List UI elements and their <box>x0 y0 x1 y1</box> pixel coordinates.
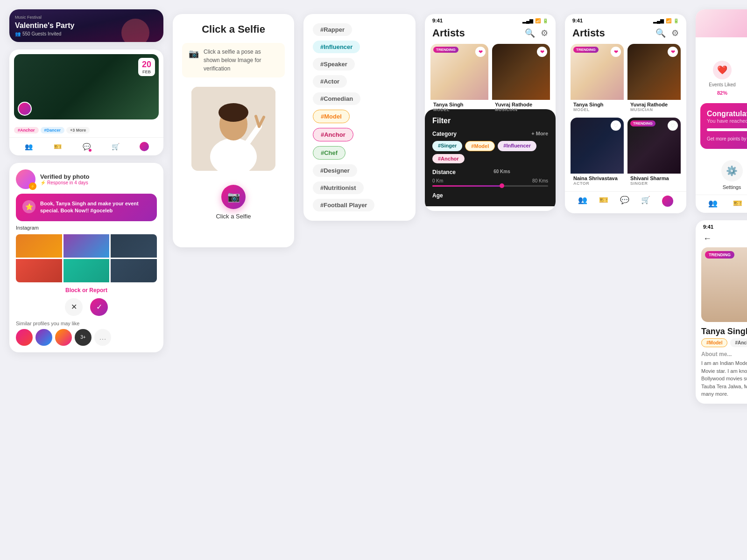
similar-avatar-4[interactable]: 3+ <box>75 329 92 346</box>
tag-nutritionist[interactable]: #Nutritionist <box>313 182 364 194</box>
similar-avatars: 3+ … <box>16 329 157 346</box>
wifi-icon-2: 📶 <box>666 18 671 23</box>
artist-name-yuvraj-2: Yuvraj Rathode <box>630 102 678 107</box>
selfie-btn-area: 📷 Click a Selfie <box>182 185 285 220</box>
person-silhouette <box>191 87 275 171</box>
nav-profile-icon[interactable] <box>139 141 149 152</box>
selfie-instruction-box: 📷 Click a selfie a pose as shown below I… <box>182 43 285 77</box>
tag-anchor[interactable]: #Anchor <box>313 128 353 141</box>
tag-speaker[interactable]: #Speaker <box>313 58 355 70</box>
ftag-influencer[interactable]: #Influencer <box>498 141 536 151</box>
filter-icon-2[interactable]: ⚙ <box>671 28 679 38</box>
heart-yuvraj[interactable]: ❤ <box>537 47 547 57</box>
close-button[interactable]: ✕ <box>65 298 83 316</box>
filter-title: Filter <box>432 117 548 125</box>
tag-chef[interactable]: #Chef <box>313 146 345 160</box>
column-4: 9:41 ▂▄▆ 📶 🔋 Artists 🔍 ⚙ <box>420 9 560 404</box>
distance-values: 0 Km 80 Kms <box>432 178 548 183</box>
selfie-photo-frame <box>191 87 275 171</box>
heart-shivani[interactable]: ♡ <box>668 120 678 131</box>
distance-slider[interactable] <box>432 185 548 187</box>
column-6: ❤️ Events Liked 82% 📋 Celeb Booked 02 ⭐ … <box>691 9 747 404</box>
ftag-singer[interactable]: #Singer <box>432 141 462 151</box>
filter-icon[interactable]: ⚙ <box>541 28 548 38</box>
pnav-ticket[interactable]: 🎫 <box>733 199 742 209</box>
nav-chat-2[interactable]: 💬 <box>620 196 629 207</box>
tag-more[interactable]: +3 More <box>66 127 90 133</box>
similar-avatar-2[interactable] <box>35 329 52 346</box>
card2-tags: #Anchor #Dancer +3 More <box>9 124 163 135</box>
more-similar-button[interactable]: … <box>94 329 111 346</box>
tag-dancer[interactable]: #Dancer <box>41 127 65 133</box>
artist-info-shivani: Shivani Sharma SINGER <box>627 174 681 188</box>
nav-profile-2[interactable] <box>662 196 673 207</box>
artist-card-tanya[interactable]: TRENDING ❤ Tanya Singh MODEL <box>430 44 488 114</box>
artist-card-naina[interactable]: ♡ Naina Shrivastava ACTOR <box>571 118 624 188</box>
artist-card-yuvraj[interactable]: ❤ Yuvraj Rathode MUSICIAN <box>492 44 550 114</box>
tag-designer[interactable]: #Designer <box>313 164 357 177</box>
bottom-nav-2: 👥 🎫 💬 🛒 <box>565 191 686 209</box>
artists-phone-2: 9:41 ▂▄▆ 📶 🔋 Artists 🔍 ⚙ <box>565 14 686 213</box>
instruction-text: Click a selfie a pose as shown below Ima… <box>204 48 278 73</box>
tag-actor[interactable]: #Actor <box>313 75 347 88</box>
filter-distance-label: Distance 60 Kms <box>432 169 548 175</box>
signal-icon-2: ▂▄▆ <box>653 18 664 23</box>
pnav-people[interactable]: 👥 <box>708 199 718 209</box>
ftag-model[interactable]: #Model <box>465 141 495 151</box>
filter-tags: #Singer #Model #Influencer #Anchor <box>432 141 548 163</box>
filter-more-link[interactable]: + More <box>531 131 548 136</box>
artists-phone-1: 9:41 ▂▄▆ 📶 🔋 Artists 🔍 ⚙ <box>425 14 556 211</box>
selfie-card: Click a Selfie 📷 Click a selfie a pose a… <box>173 14 294 247</box>
nav-people-icon[interactable]: 👥 <box>23 141 34 152</box>
nav-cart-2[interactable]: 🛒 <box>641 196 650 207</box>
back-button[interactable]: ← <box>703 234 712 244</box>
detail-tag-anchor[interactable]: #Anchor <box>730 338 747 347</box>
tag-rapper[interactable]: #Rapper <box>313 23 352 36</box>
tag-anchor[interactable]: #Anchor <box>14 127 39 133</box>
artist-card-tanya-2[interactable]: TRENDING ❤ Tanya Singh MODEL <box>571 44 624 114</box>
search-icon-2[interactable]: 🔍 <box>655 28 666 38</box>
event-card-2: 20 FEB #Anchor #Dancer +3 More 👥 🎫 💬 🛒 <box>9 49 163 155</box>
camera-capture-button[interactable]: 📷 <box>221 185 246 209</box>
heart-naina[interactable]: ♡ <box>611 120 621 131</box>
artist-name-tanya: Tanya Singh <box>433 102 486 107</box>
nav-cart-icon[interactable]: 🛒 <box>110 141 120 152</box>
response-icon: ⚡ <box>40 180 46 185</box>
verified-avatar: ⚡ <box>16 169 35 189</box>
nav-chat-icon[interactable]: 💬 <box>81 141 92 152</box>
nav-ticket-icon[interactable]: 🎫 <box>52 141 63 152</box>
tag-model[interactable]: #Model <box>313 110 350 123</box>
action-icons-row: ⚙️ Settings ✏️ Edit Info <box>696 154 747 195</box>
heart-yuvraj-2[interactable]: ❤ <box>668 47 678 57</box>
artist-name-tanya-2: Tanya Singh <box>573 102 621 107</box>
nav-ticket-2[interactable]: 🎫 <box>599 196 608 207</box>
status-icons-2: ▂▄▆ 📶 🔋 <box>653 18 679 23</box>
heart-tanya[interactable]: ❤ <box>475 47 486 57</box>
similar-avatar-3[interactable] <box>55 329 72 346</box>
status-bar-1: 9:41 ▂▄▆ 📶 🔋 <box>425 14 556 25</box>
artist-card-yuvraj-2[interactable]: ❤ Yuvraj Rathode MUSICIAN <box>627 44 681 114</box>
photo-5 <box>63 259 110 282</box>
artist-img-yuvraj-2: ❤ <box>627 44 681 100</box>
trending-badge-detail: TRENDING <box>705 251 734 259</box>
nav-people-2[interactable]: 👥 <box>578 196 587 207</box>
settings-action[interactable]: ⚙️ Settings <box>721 160 743 190</box>
tag-football-player[interactable]: #Football Player <box>313 199 374 211</box>
detail-tag-model[interactable]: #Model <box>701 338 727 347</box>
search-icon[interactable]: 🔍 <box>525 28 535 38</box>
status-bar-2: 9:41 ▂▄▆ 📶 🔋 <box>565 14 686 25</box>
block-report-link[interactable]: Block or Report <box>16 287 157 294</box>
heart-tanya-2[interactable]: ❤ <box>611 47 621 57</box>
slider-thumb[interactable] <box>500 183 504 188</box>
dist-val: 60 Kms <box>493 169 510 175</box>
ftag-anchor[interactable]: #Anchor <box>432 154 465 163</box>
tag-comedian[interactable]: #Comedian <box>313 92 360 105</box>
event-guests: 👥 550 Guests Invited <box>15 31 158 36</box>
check-button[interactable]: ✓ <box>90 298 108 316</box>
tags-list: #Rapper #Influencer #Speaker #Actor #Com… <box>313 23 406 211</box>
selfie-title: Click a Selfie <box>182 23 285 35</box>
profile-avatar-container <box>696 23 747 53</box>
artist-card-shivani[interactable]: TRENDING ♡ Shivani Sharma SINGER <box>627 118 681 188</box>
tag-influencer[interactable]: #Influencer <box>313 41 360 53</box>
similar-avatar-1[interactable] <box>16 329 33 346</box>
